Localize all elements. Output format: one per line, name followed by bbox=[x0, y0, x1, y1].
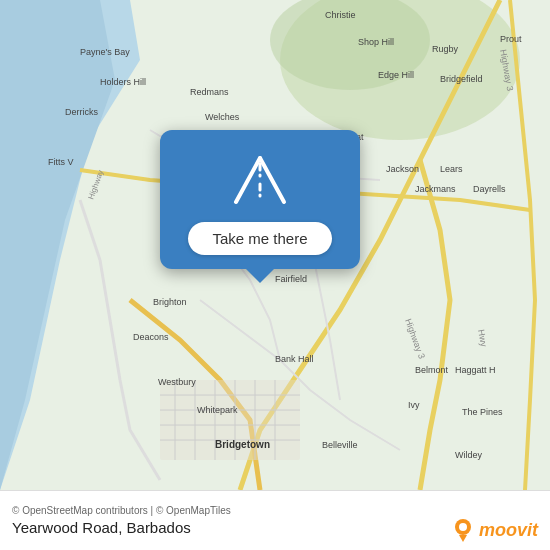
svg-text:Holders Hill: Holders Hill bbox=[100, 77, 146, 87]
svg-text:Brighton: Brighton bbox=[153, 297, 187, 307]
popup-card: Take me there bbox=[160, 130, 360, 269]
svg-text:Haggatt H: Haggatt H bbox=[455, 365, 496, 375]
road-icon bbox=[228, 150, 292, 210]
svg-text:The Pines: The Pines bbox=[462, 407, 503, 417]
svg-text:Bank Hall: Bank Hall bbox=[275, 354, 314, 364]
svg-text:Dayrells: Dayrells bbox=[473, 184, 506, 194]
svg-text:Derricks: Derricks bbox=[65, 107, 98, 117]
svg-text:Prout: Prout bbox=[500, 34, 522, 44]
svg-line-49 bbox=[260, 158, 284, 202]
svg-text:Whitepark: Whitepark bbox=[197, 405, 238, 415]
svg-text:Edge Hill: Edge Hill bbox=[378, 70, 414, 80]
svg-text:Payne's Bay: Payne's Bay bbox=[80, 47, 130, 57]
svg-text:Belleville: Belleville bbox=[322, 440, 358, 450]
svg-text:Belmont: Belmont bbox=[415, 365, 449, 375]
map-container: Payne's Bay Holders Hill Derricks Redman… bbox=[0, 0, 550, 490]
svg-text:Jackmans: Jackmans bbox=[415, 184, 456, 194]
take-me-there-button[interactable]: Take me there bbox=[188, 222, 331, 255]
svg-text:Westbury: Westbury bbox=[158, 377, 196, 387]
svg-line-48 bbox=[236, 158, 260, 202]
svg-text:Ivy: Ivy bbox=[408, 400, 420, 410]
svg-point-53 bbox=[459, 523, 467, 531]
svg-text:Shop Hill: Shop Hill bbox=[358, 37, 394, 47]
bottom-bar: © OpenStreetMap contributors | © OpenMap… bbox=[0, 490, 550, 550]
svg-text:Bridgetown: Bridgetown bbox=[215, 439, 270, 450]
map-attribution: © OpenStreetMap contributors | © OpenMap… bbox=[12, 505, 538, 516]
svg-text:Christie: Christie bbox=[325, 10, 356, 20]
svg-text:Bridgefield: Bridgefield bbox=[440, 74, 483, 84]
moovit-icon bbox=[451, 518, 475, 542]
svg-text:Fairfield: Fairfield bbox=[275, 274, 307, 284]
svg-text:Redmans: Redmans bbox=[190, 87, 229, 97]
svg-text:Welches: Welches bbox=[205, 112, 240, 122]
moovit-brand-text: moovit bbox=[479, 520, 538, 541]
svg-text:Jackson: Jackson bbox=[386, 164, 419, 174]
svg-text:Lears: Lears bbox=[440, 164, 463, 174]
svg-text:Deacons: Deacons bbox=[133, 332, 169, 342]
svg-text:Wildey: Wildey bbox=[455, 450, 483, 460]
svg-marker-54 bbox=[459, 535, 467, 542]
svg-text:Rugby: Rugby bbox=[432, 44, 459, 54]
svg-text:Fitts V: Fitts V bbox=[48, 157, 74, 167]
moovit-logo: moovit bbox=[451, 518, 538, 542]
